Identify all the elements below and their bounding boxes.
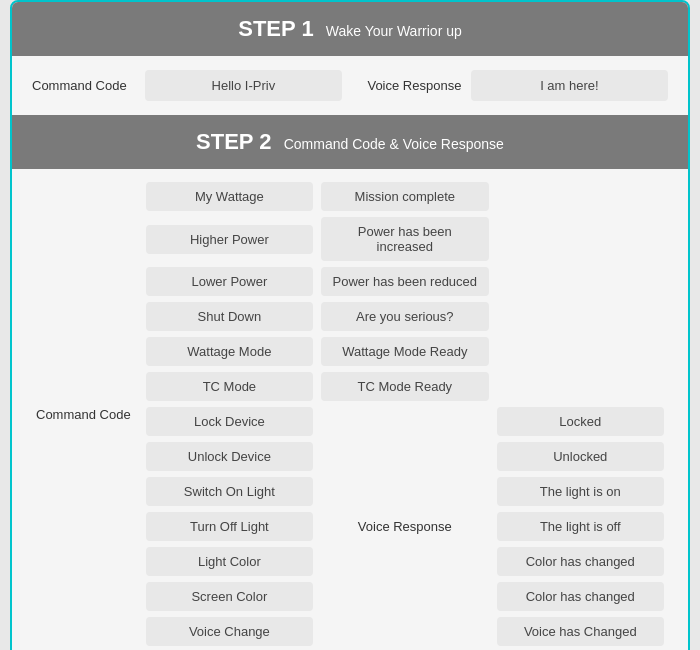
command-box: TC Mode [146, 372, 313, 401]
response-box: Color has changed [497, 547, 664, 576]
command-cell: Switch On Light [142, 474, 317, 509]
step2-header: STEP 2 Command Code & Voice Response [12, 115, 688, 169]
response-cell: Are you serious? [317, 299, 492, 334]
response-box: Unlocked [497, 442, 664, 471]
command-box: Voice Change [146, 617, 313, 646]
command-box: Turn Off Light [146, 512, 313, 541]
command-cell: Lower Power [142, 264, 317, 299]
response-box: Wattage Mode Ready [321, 337, 488, 366]
command-cell: Light Color [142, 544, 317, 579]
step1-response-label: Voice Response [358, 78, 471, 93]
command-box: Screen Color [146, 582, 313, 611]
response-box: TC Mode Ready [321, 372, 488, 401]
response-cell: Mission complete [317, 179, 492, 214]
response-box: Power has been increased [321, 217, 488, 261]
step1-command-label: Command Code [32, 78, 145, 93]
response-cell: Power has been increased [317, 214, 492, 264]
step1-subtitle: Wake Your Warrior up [326, 23, 462, 39]
response-cell: Voice has Changed [493, 614, 668, 649]
response-box: The light is off [497, 512, 664, 541]
response-cell: Color has changed [493, 579, 668, 614]
command-box: Lower Power [146, 267, 313, 296]
response-cell: Locked [493, 404, 668, 439]
step1-response-value: I am here! [471, 70, 668, 101]
response-box: Mission complete [321, 182, 488, 211]
main-container: STEP 1 Wake Your Warrior up Command Code… [10, 0, 690, 650]
response-cell: Color has changed [493, 544, 668, 579]
step2-number: STEP 2 [196, 129, 271, 154]
command-cell: Wattage Mode [142, 334, 317, 369]
command-box: Switch On Light [146, 477, 313, 506]
command-cell: TC Mode [142, 369, 317, 404]
response-cell: Power has been reduced [317, 264, 492, 299]
response-cell: TC Mode Ready [317, 369, 492, 404]
step1-command-value: Hello I-Priv [145, 70, 342, 101]
command-code-label: Command Code [32, 179, 142, 649]
step2-table-area: Command CodeMy WattageMission completeHi… [12, 169, 688, 650]
response-box: Color has changed [497, 582, 664, 611]
response-cell: Wattage Mode Ready [317, 334, 492, 369]
command-cell: Unlock Device [142, 439, 317, 474]
step2-subtitle: Command Code & Voice Response [284, 136, 504, 152]
command-cell: My Wattage [142, 179, 317, 214]
response-box: Locked [497, 407, 664, 436]
command-box: Shut Down [146, 302, 313, 331]
command-cell: Shut Down [142, 299, 317, 334]
response-box: Voice has Changed [497, 617, 664, 646]
command-cell: Turn Off Light [142, 509, 317, 544]
command-cell: Lock Device [142, 404, 317, 439]
command-cell: Higher Power [142, 214, 317, 264]
table-row: Command CodeMy WattageMission complete [32, 179, 668, 214]
step1-header: STEP 1 Wake Your Warrior up [12, 2, 688, 56]
voice-response-label: Voice Response [317, 404, 492, 649]
command-box: Higher Power [146, 225, 313, 254]
step1-number: STEP 1 [238, 16, 313, 41]
step2-table: Command CodeMy WattageMission completeHi… [32, 179, 668, 649]
response-box: Power has been reduced [321, 267, 488, 296]
response-box: The light is on [497, 477, 664, 506]
command-cell: Screen Color [142, 579, 317, 614]
response-cell: Unlocked [493, 439, 668, 474]
command-box: Lock Device [146, 407, 313, 436]
response-box: Are you serious? [321, 302, 488, 331]
command-cell: Voice Change [142, 614, 317, 649]
response-cell: The light is on [493, 474, 668, 509]
step1-row: Command Code Hello I-Priv Voice Response… [12, 56, 688, 115]
command-box: Wattage Mode [146, 337, 313, 366]
response-cell: The light is off [493, 509, 668, 544]
command-box: Unlock Device [146, 442, 313, 471]
command-box: Light Color [146, 547, 313, 576]
command-box: My Wattage [146, 182, 313, 211]
